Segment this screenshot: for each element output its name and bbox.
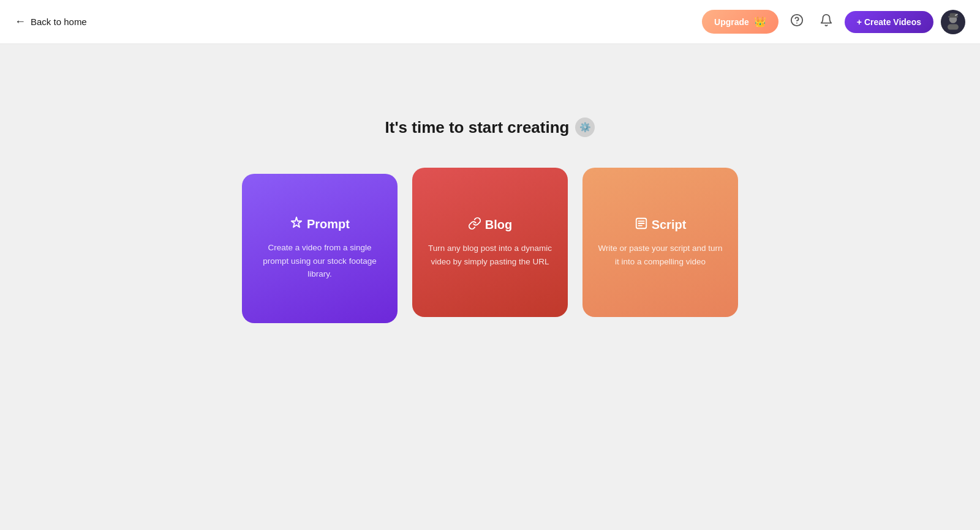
back-arrow-icon: ← (15, 15, 26, 28)
back-label: Back to home (31, 17, 87, 27)
prompt-card-description: Create a video from a single prompt usin… (257, 241, 383, 281)
help-button[interactable] (786, 11, 808, 33)
prompt-card-title: Prompt (290, 216, 350, 233)
main-content: It's time to start creating ⚙️ Prompt Cr… (0, 44, 980, 323)
blog-card-title: Blog (468, 217, 512, 233)
title-emoji-icon: ⚙️ (575, 118, 595, 137)
cards-container: Prompt Create a video from a single prom… (242, 168, 738, 323)
script-card-description: Write or paste your script and turn it i… (597, 242, 723, 268)
bell-icon (820, 13, 833, 30)
blog-card[interactable]: Blog Turn any blog post into a dynamic v… (412, 168, 568, 317)
blog-icon (468, 217, 481, 233)
script-icon (635, 217, 648, 233)
svg-rect-4 (948, 24, 959, 29)
prompt-icon (290, 216, 303, 233)
crown-icon: 👑 (754, 16, 766, 28)
create-videos-button[interactable]: + Create Videos (845, 11, 933, 33)
create-videos-label: + Create Videos (857, 17, 921, 27)
page-title-row: It's time to start creating ⚙️ (385, 118, 595, 137)
app-header: ← Back to home Upgrade 👑 (0, 0, 980, 44)
script-card-title: Script (635, 217, 687, 233)
upgrade-button[interactable]: Upgrade 👑 (702, 10, 778, 34)
back-to-home-link[interactable]: ← Back to home (15, 15, 87, 28)
help-icon (790, 13, 804, 30)
blog-card-description: Turn any blog post into a dynamic video … (427, 242, 553, 268)
upgrade-label: Upgrade (714, 17, 749, 27)
page-title: It's time to start creating (385, 118, 570, 137)
notification-button[interactable] (815, 11, 837, 33)
header-actions: Upgrade 👑 + Create Videos (702, 10, 965, 34)
script-card[interactable]: Script Write or paste your script and tu… (582, 168, 738, 317)
user-avatar[interactable] (941, 10, 965, 34)
prompt-card[interactable]: Prompt Create a video from a single prom… (242, 174, 398, 323)
